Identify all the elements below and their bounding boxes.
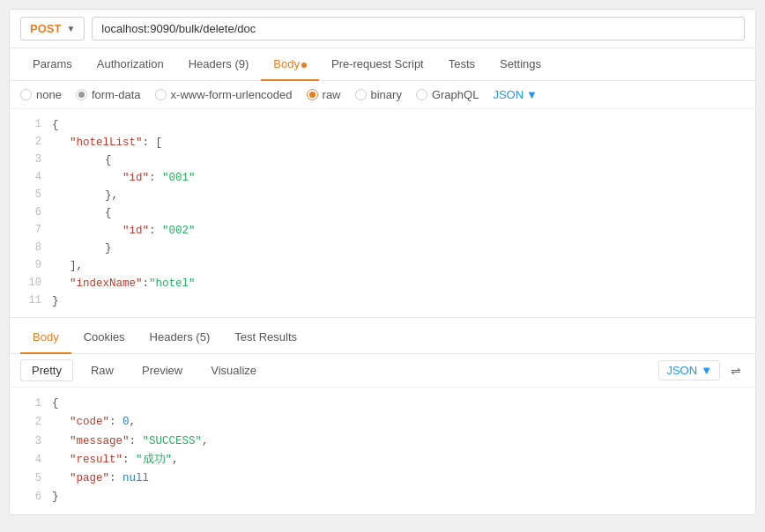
resp-line-2: 2 "code": 0, (10, 413, 755, 432)
radio-formdata (76, 89, 87, 100)
radio-graphql (416, 89, 427, 100)
url-bar: POST ▼ (10, 10, 755, 48)
format-visualize-button[interactable]: Visualize (200, 360, 267, 381)
radio-none (20, 89, 32, 100)
response-tab-body[interactable]: Body (20, 321, 71, 354)
tab-headers[interactable]: Headers (9) (176, 48, 262, 81)
tab-params[interactable]: Params (20, 48, 85, 81)
radio-raw (307, 89, 318, 100)
format-pretty-button[interactable]: Pretty (20, 359, 73, 381)
body-type-raw[interactable]: raw (307, 88, 341, 101)
body-dot-indicator (301, 63, 307, 68)
format-preview-button[interactable]: Preview (131, 360, 193, 381)
tab-pre-request[interactable]: Pre-request Script (319, 48, 436, 81)
method-label: POST (30, 22, 61, 35)
req-line-2: 2 "hotelList": [ (10, 134, 755, 151)
req-line-7: 7 "id": "002" (10, 222, 755, 240)
json-format-selector[interactable]: JSON ▼ (493, 88, 538, 101)
url-input[interactable] (92, 17, 745, 41)
body-type-urlencoded[interactable]: x-www-form-urlencoded (155, 88, 293, 101)
resp-line-1: 1 { (10, 395, 755, 413)
response-toolbar: Pretty Raw Preview Visualize JSON ▼ ⇌ (10, 354, 755, 388)
response-tab-cookies[interactable]: Cookies (71, 321, 137, 354)
wrap-text-icon[interactable]: ⇌ (727, 362, 745, 380)
req-line-3: 3 { (10, 151, 755, 169)
radio-urlencoded (155, 89, 167, 100)
body-type-binary[interactable]: binary (355, 88, 402, 101)
tab-settings[interactable]: Settings (487, 48, 553, 81)
req-line-9: 9 ], (10, 257, 755, 275)
body-type-graphql[interactable]: GraphQL (416, 88, 479, 101)
resp-line-5: 5 "page": null (10, 469, 755, 488)
req-line-6: 6 { (10, 204, 755, 222)
req-line-8: 8 } (10, 240, 755, 257)
req-line-5: 5 }, (10, 187, 755, 204)
response-format-selector[interactable]: JSON ▼ (658, 360, 720, 381)
main-container: POST ▼ Params Authorization Headers (9) … (9, 9, 756, 515)
resp-line-3: 3 "message": "SUCCESS", (10, 432, 755, 451)
body-type-none[interactable]: none (20, 88, 62, 101)
resp-line-6: 6 } (10, 488, 755, 506)
format-raw-button[interactable]: Raw (80, 360, 124, 381)
method-chevron-icon: ▼ (66, 24, 75, 33)
response-body-viewer: 1 { 2 "code": 0, 3 "message": "SUCCESS",… (10, 388, 755, 514)
request-body-editor[interactable]: 1 { 2 "hotelList": [ 3 { 4 "id": "001" 5… (10, 109, 755, 318)
req-line-1: 1 { (10, 116, 755, 134)
response-tab-test-results[interactable]: Test Results (222, 321, 309, 354)
request-tabs: Params Authorization Headers (9) Body Pr… (10, 48, 755, 81)
body-type-row: none form-data x-www-form-urlencoded raw… (10, 81, 755, 109)
json-chevron-icon: ▼ (526, 88, 538, 101)
req-line-10: 10 "indexName":"hotel" (10, 275, 755, 292)
response-tab-headers[interactable]: Headers (5) (137, 321, 223, 354)
response-tabs: Body Cookies Headers (5) Test Results (10, 321, 755, 354)
body-type-formdata[interactable]: form-data (76, 88, 141, 101)
req-line-11: 11 } (10, 292, 755, 310)
tab-body[interactable]: Body (261, 48, 319, 81)
response-format-chevron-icon: ▼ (701, 364, 712, 377)
radio-binary (355, 89, 367, 100)
resp-line-4: 4 "result": "成功", (10, 451, 755, 469)
tab-authorization[interactable]: Authorization (85, 48, 176, 81)
tab-tests[interactable]: Tests (436, 48, 487, 81)
method-selector[interactable]: POST ▼ (20, 17, 85, 41)
req-line-4: 4 "id": "001" (10, 169, 755, 187)
